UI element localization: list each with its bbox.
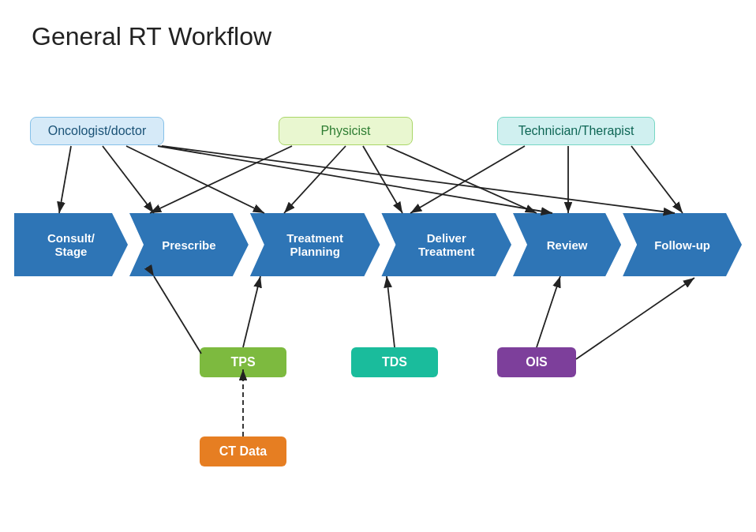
wf-deliver: DeliverTreatment xyxy=(381,213,511,276)
wf-prescribe: Prescribe xyxy=(129,213,249,276)
wf-consult: Consult/Stage xyxy=(14,213,128,276)
svg-line-16 xyxy=(576,278,694,359)
page-title: General RT Workflow xyxy=(32,22,271,51)
svg-line-5 xyxy=(284,146,346,213)
svg-line-8 xyxy=(150,146,292,213)
technician-box: Technician/Therapist xyxy=(497,117,655,145)
svg-line-0 xyxy=(59,146,71,213)
oncologist-box: Oncologist/doctor xyxy=(30,117,164,145)
ois-box: OIS xyxy=(497,347,576,377)
wf-review: Review xyxy=(513,213,621,276)
tds-box: TDS xyxy=(351,347,438,377)
svg-line-3 xyxy=(158,146,552,213)
svg-line-15 xyxy=(537,276,560,347)
physicist-box: Physicist xyxy=(279,117,413,145)
tps-box: TPS xyxy=(200,347,286,377)
svg-line-1 xyxy=(103,146,154,213)
main-canvas: General RT Workflow Oncologist/doctor Ph… xyxy=(0,0,756,532)
svg-line-12 xyxy=(243,276,260,347)
ctdata-box: CT Data xyxy=(200,436,286,466)
workflow-bar: Consult/Stage Prescribe TreatmentPlannin… xyxy=(14,213,742,276)
wf-treatment-planning: TreatmentPlanning xyxy=(250,213,380,276)
wf-followup: Follow-up xyxy=(623,213,742,276)
svg-line-14 xyxy=(387,276,395,347)
svg-line-4 xyxy=(162,146,675,213)
svg-line-6 xyxy=(363,146,402,213)
svg-line-13 xyxy=(154,276,201,354)
svg-line-11 xyxy=(631,146,683,213)
svg-line-2 xyxy=(126,146,264,213)
svg-line-9 xyxy=(410,146,525,213)
svg-line-7 xyxy=(387,146,537,213)
